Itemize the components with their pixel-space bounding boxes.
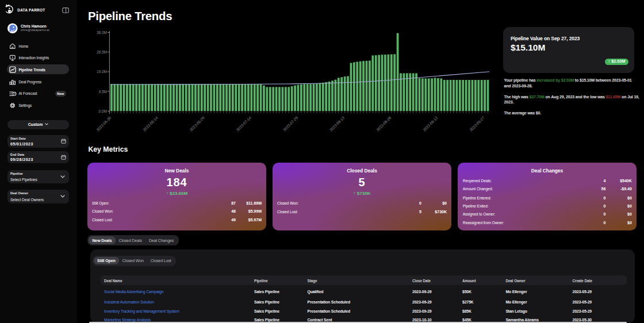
svg-text:2023-06-14: 2023-06-14 xyxy=(142,116,159,132)
svg-text:2023-09-27: 2023-09-27 xyxy=(469,116,485,132)
svg-text:38.0M: 38.0M xyxy=(97,30,108,34)
svg-text:2023-08-28: 2023-08-28 xyxy=(375,116,392,132)
svg-text:0.0M: 0.0M xyxy=(99,109,108,113)
svg-text:2023-07-29: 2023-07-29 xyxy=(282,116,299,132)
svg-text:19.0M: 19.0M xyxy=(97,70,108,74)
svg-text:9.5M: 9.5M xyxy=(99,90,108,94)
svg-text:2023-09-12: 2023-09-12 xyxy=(422,116,439,132)
svg-text:28.5M: 28.5M xyxy=(97,50,108,54)
svg-text:2023-06-29: 2023-06-29 xyxy=(189,116,205,132)
svg-text:2023-05-30: 2023-05-30 xyxy=(95,116,112,132)
svg-text:2023-07-14: 2023-07-14 xyxy=(236,116,252,132)
svg-text:2023-08-13: 2023-08-13 xyxy=(329,116,346,132)
